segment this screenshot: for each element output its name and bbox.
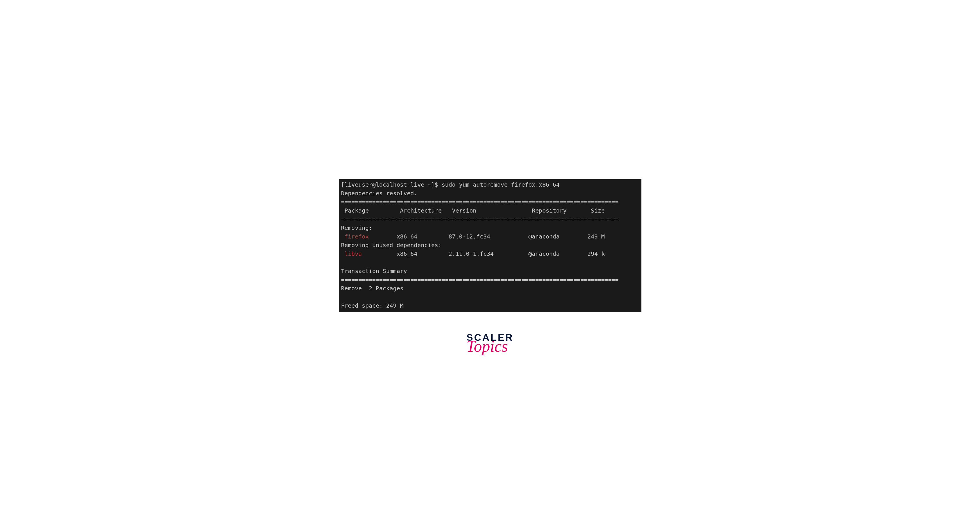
divider-bottom: ========================================… xyxy=(341,276,619,283)
header-version: Version xyxy=(452,207,476,214)
pkg-firefox-size: 249 M xyxy=(587,233,605,240)
header-package: Package xyxy=(341,207,369,214)
removing-label: Removing: xyxy=(341,224,372,231)
transaction-summary: Transaction Summary xyxy=(341,268,407,275)
prompt-line: [liveuser@localhost-live ~]$ sudo yum au… xyxy=(341,181,560,188)
freed-space: Freed space: 249 M xyxy=(341,302,404,309)
pkg-firefox: firefox xyxy=(341,233,369,240)
scaler-logo: SCALER Topics xyxy=(466,332,514,353)
pkg-firefox-repo: @anaconda xyxy=(528,233,560,240)
pkg-libva-arch: x86_64 xyxy=(396,250,417,257)
pkg-firefox-version: 87.0-12.fc34 xyxy=(449,233,490,240)
header-repo: Repository xyxy=(532,207,566,214)
header-size: Size xyxy=(591,207,605,214)
pkg-libva: libva xyxy=(341,250,362,257)
logo-topics-text: Topics xyxy=(461,340,514,353)
pkg-libva-version: 2.11.0-1.fc34 xyxy=(449,250,494,257)
divider-top: ========================================… xyxy=(341,199,619,205)
pkg-firefox-arch: x86_64 xyxy=(396,233,417,240)
removing-unused-label: Removing unused dependencies: xyxy=(341,241,442,249)
divider-mid: ========================================… xyxy=(341,216,619,223)
terminal-output: [liveuser@localhost-live ~]$ sudo yum au… xyxy=(339,179,641,312)
pkg-libva-repo: @anaconda xyxy=(528,250,560,257)
deps-resolved: Dependencies resolved. xyxy=(341,190,418,197)
remove-count: Remove 2 Packages xyxy=(341,285,404,292)
header-arch: Architecture xyxy=(400,207,442,214)
pkg-libva-size: 294 k xyxy=(587,250,605,257)
